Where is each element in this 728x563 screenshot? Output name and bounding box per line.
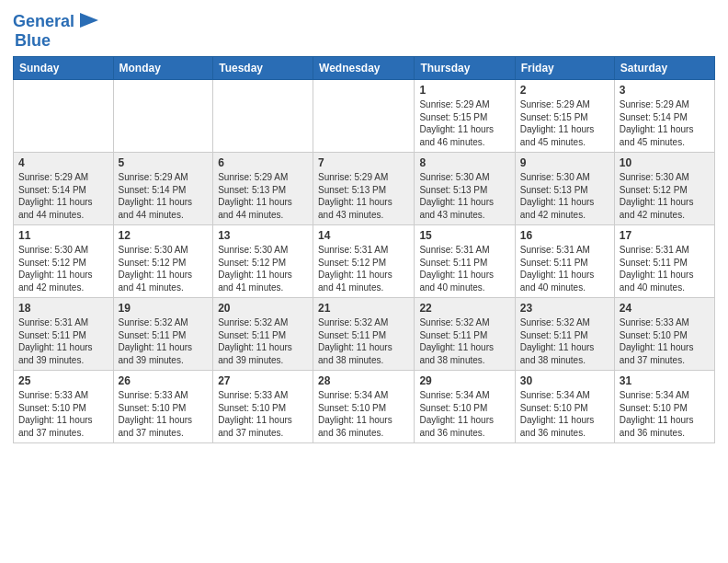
day-number: 4 [18, 156, 108, 169]
day-info: Sunrise: 5:31 AM Sunset: 5:12 PM Dayligh… [318, 244, 409, 293]
day-number: 22 [419, 302, 509, 315]
day-info: Sunrise: 5:34 AM Sunset: 5:10 PM Dayligh… [419, 389, 509, 439]
day-number: 23 [520, 302, 609, 315]
day-info: Sunrise: 5:32 AM Sunset: 5:11 PM Dayligh… [318, 316, 409, 366]
day-number: 27 [218, 374, 308, 387]
calendar-cell: 3Sunrise: 5:29 AM Sunset: 5:14 PM Daylig… [614, 80, 714, 153]
day-info: Sunrise: 5:31 AM Sunset: 5:11 PM Dayligh… [18, 316, 108, 366]
day-info: Sunrise: 5:33 AM Sunset: 5:10 PM Dayligh… [218, 389, 308, 439]
logo-icon [76, 9, 102, 35]
day-info: Sunrise: 5:30 AM Sunset: 5:12 PM Dayligh… [119, 244, 209, 293]
day-info: Sunrise: 5:30 AM Sunset: 5:12 PM Dayligh… [18, 244, 108, 293]
weekday-header: Thursday [415, 57, 515, 80]
calendar-cell [14, 80, 114, 153]
day-info: Sunrise: 5:33 AM Sunset: 5:10 PM Dayligh… [119, 389, 209, 439]
day-info: Sunrise: 5:31 AM Sunset: 5:11 PM Dayligh… [419, 244, 509, 293]
calendar-cell: 25Sunrise: 5:33 AM Sunset: 5:10 PM Dayli… [14, 371, 114, 443]
day-number: 29 [419, 374, 509, 387]
calendar-cell: 16Sunrise: 5:31 AM Sunset: 5:11 PM Dayli… [515, 225, 614, 298]
day-number: 7 [318, 156, 409, 169]
day-number: 18 [18, 302, 108, 315]
calendar-cell: 27Sunrise: 5:33 AM Sunset: 5:10 PM Dayli… [213, 371, 313, 443]
day-info: Sunrise: 5:30 AM Sunset: 5:12 PM Dayligh… [620, 171, 710, 221]
logo: General Blue [13, 9, 102, 51]
day-info: Sunrise: 5:29 AM Sunset: 5:14 PM Dayligh… [18, 171, 108, 221]
calendar-cell: 29Sunrise: 5:34 AM Sunset: 5:10 PM Dayli… [415, 371, 515, 443]
day-number: 2 [520, 84, 609, 97]
day-number: 30 [520, 374, 609, 387]
day-info: Sunrise: 5:33 AM Sunset: 5:10 PM Dayligh… [620, 316, 710, 366]
calendar-cell: 11Sunrise: 5:30 AM Sunset: 5:12 PM Dayli… [14, 225, 114, 298]
weekday-header: Monday [113, 57, 213, 80]
calendar-week-row: 1Sunrise: 5:29 AM Sunset: 5:15 PM Daylig… [14, 80, 715, 153]
day-info: Sunrise: 5:34 AM Sunset: 5:10 PM Dayligh… [520, 389, 609, 439]
calendar-cell: 2Sunrise: 5:29 AM Sunset: 5:15 PM Daylig… [515, 80, 614, 153]
day-number: 1 [419, 84, 509, 97]
day-number: 31 [620, 374, 710, 387]
calendar-cell: 20Sunrise: 5:32 AM Sunset: 5:11 PM Dayli… [213, 298, 313, 371]
calendar-cell: 4Sunrise: 5:29 AM Sunset: 5:14 PM Daylig… [14, 153, 114, 225]
weekday-header: Wednesday [313, 57, 415, 80]
calendar-cell: 9Sunrise: 5:30 AM Sunset: 5:13 PM Daylig… [515, 153, 614, 225]
calendar-cell: 17Sunrise: 5:31 AM Sunset: 5:11 PM Dayli… [614, 225, 714, 298]
day-number: 14 [318, 229, 409, 242]
calendar-cell: 5Sunrise: 5:29 AM Sunset: 5:14 PM Daylig… [113, 153, 213, 225]
calendar-week-row: 18Sunrise: 5:31 AM Sunset: 5:11 PM Dayli… [14, 298, 715, 371]
day-info: Sunrise: 5:32 AM Sunset: 5:11 PM Dayligh… [119, 316, 209, 366]
day-info: Sunrise: 5:29 AM Sunset: 5:15 PM Dayligh… [520, 98, 609, 148]
day-number: 6 [218, 156, 308, 169]
day-info: Sunrise: 5:30 AM Sunset: 5:13 PM Dayligh… [520, 171, 609, 221]
day-number: 10 [620, 156, 710, 169]
day-number: 25 [18, 374, 108, 387]
svg-marker-0 [80, 13, 98, 28]
weekday-header: Tuesday [213, 57, 313, 80]
calendar-cell: 28Sunrise: 5:34 AM Sunset: 5:10 PM Dayli… [313, 371, 415, 443]
day-info: Sunrise: 5:30 AM Sunset: 5:13 PM Dayligh… [419, 171, 509, 221]
day-number: 21 [318, 302, 409, 315]
day-info: Sunrise: 5:29 AM Sunset: 5:13 PM Dayligh… [318, 171, 409, 221]
day-info: Sunrise: 5:31 AM Sunset: 5:11 PM Dayligh… [520, 244, 609, 293]
day-info: Sunrise: 5:33 AM Sunset: 5:10 PM Dayligh… [18, 389, 108, 439]
day-number: 13 [218, 229, 308, 242]
calendar-cell [213, 80, 313, 153]
calendar-cell: 14Sunrise: 5:31 AM Sunset: 5:12 PM Dayli… [313, 225, 415, 298]
day-number: 9 [520, 156, 609, 169]
day-info: Sunrise: 5:31 AM Sunset: 5:11 PM Dayligh… [620, 244, 710, 293]
day-info: Sunrise: 5:29 AM Sunset: 5:14 PM Dayligh… [119, 171, 209, 221]
calendar-cell: 15Sunrise: 5:31 AM Sunset: 5:11 PM Dayli… [415, 225, 515, 298]
calendar-cell [313, 80, 415, 153]
calendar-cell [113, 80, 213, 153]
day-number: 24 [620, 302, 710, 315]
calendar-week-row: 11Sunrise: 5:30 AM Sunset: 5:12 PM Dayli… [14, 225, 715, 298]
page: General Blue SundayMondayTuesdayWednesda… [0, 0, 728, 563]
day-number: 5 [119, 156, 209, 169]
calendar-cell: 12Sunrise: 5:30 AM Sunset: 5:12 PM Dayli… [113, 225, 213, 298]
day-info: Sunrise: 5:29 AM Sunset: 5:13 PM Dayligh… [218, 171, 308, 221]
calendar-cell: 7Sunrise: 5:29 AM Sunset: 5:13 PM Daylig… [313, 153, 415, 225]
calendar-cell: 23Sunrise: 5:32 AM Sunset: 5:11 PM Dayli… [515, 298, 614, 371]
calendar-week-row: 4Sunrise: 5:29 AM Sunset: 5:14 PM Daylig… [14, 153, 715, 225]
day-info: Sunrise: 5:34 AM Sunset: 5:10 PM Dayligh… [620, 389, 710, 439]
calendar-cell: 18Sunrise: 5:31 AM Sunset: 5:11 PM Dayli… [14, 298, 114, 371]
calendar-cell: 19Sunrise: 5:32 AM Sunset: 5:11 PM Dayli… [113, 298, 213, 371]
day-info: Sunrise: 5:34 AM Sunset: 5:10 PM Dayligh… [318, 389, 409, 439]
day-number: 15 [419, 229, 509, 242]
calendar-cell: 24Sunrise: 5:33 AM Sunset: 5:10 PM Dayli… [614, 298, 714, 371]
day-info: Sunrise: 5:32 AM Sunset: 5:11 PM Dayligh… [218, 316, 308, 366]
calendar-cell: 10Sunrise: 5:30 AM Sunset: 5:12 PM Dayli… [614, 153, 714, 225]
day-number: 26 [119, 374, 209, 387]
day-number: 3 [620, 84, 710, 97]
calendar-header-row: SundayMondayTuesdayWednesdayThursdayFrid… [14, 57, 715, 80]
calendar-table: SundayMondayTuesdayWednesdayThursdayFrid… [13, 56, 715, 443]
day-info: Sunrise: 5:32 AM Sunset: 5:11 PM Dayligh… [419, 316, 509, 366]
weekday-header: Friday [515, 57, 614, 80]
calendar-cell: 1Sunrise: 5:29 AM Sunset: 5:15 PM Daylig… [415, 80, 515, 153]
header: General Blue [13, 9, 715, 51]
day-number: 16 [520, 229, 609, 242]
calendar-cell: 26Sunrise: 5:33 AM Sunset: 5:10 PM Dayli… [113, 371, 213, 443]
calendar-cell: 8Sunrise: 5:30 AM Sunset: 5:13 PM Daylig… [415, 153, 515, 225]
day-info: Sunrise: 5:32 AM Sunset: 5:11 PM Dayligh… [520, 316, 609, 366]
calendar-cell: 30Sunrise: 5:34 AM Sunset: 5:10 PM Dayli… [515, 371, 614, 443]
calendar-cell: 21Sunrise: 5:32 AM Sunset: 5:11 PM Dayli… [313, 298, 415, 371]
calendar-cell: 22Sunrise: 5:32 AM Sunset: 5:11 PM Dayli… [415, 298, 515, 371]
